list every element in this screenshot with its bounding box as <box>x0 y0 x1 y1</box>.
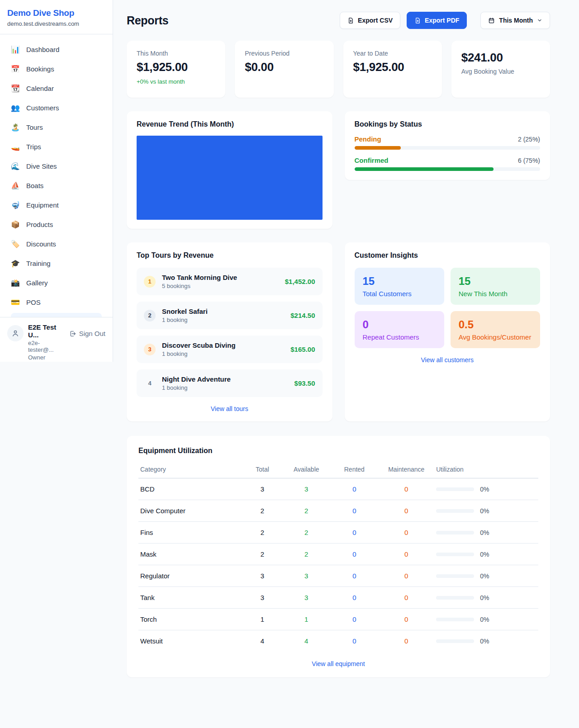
credit-card-icon: 💳 <box>11 298 20 307</box>
utilization-bar <box>436 618 474 621</box>
avatar <box>7 325 24 341</box>
view-all-equipment-link[interactable]: View all equipment <box>138 660 538 667</box>
sidebar-item-equipment[interactable]: 🤿Equipment <box>5 196 107 213</box>
insight-avg-bookings: 0.5 Avg Bookings/Customer <box>451 311 540 348</box>
sidebar-item-label: Customers <box>26 104 59 112</box>
sidebar-item-label: Discounts <box>26 240 56 248</box>
user-panel: E2E Test U... e2e-tester@... Owner Sign … <box>0 317 113 368</box>
top-tours-card: Top Tours by Revenue 1 Two Tank Morning … <box>127 242 332 421</box>
top-tours-title: Top Tours by Revenue <box>137 251 323 260</box>
sidebar-item-gallery[interactable]: 📸Gallery <box>5 274 107 291</box>
file-download-icon <box>347 17 354 24</box>
revenue-trend-chart <box>137 136 323 220</box>
sidebar-item-pos[interactable]: 💳POS <box>5 293 107 311</box>
logout-icon <box>69 330 76 337</box>
tour-amount: $93.50 <box>294 379 315 387</box>
sidebar: Demo Dive Shop demo.test.divestreams.com… <box>0 0 113 362</box>
export-pdf-button[interactable]: Export PDF <box>407 12 467 29</box>
stat-card-this-month: This Month $1,925.00 +0% vs last month <box>127 41 225 98</box>
revenue-trend-card: Revenue Trend (This Month) <box>127 111 332 229</box>
status-bar-fill <box>355 167 494 171</box>
sidebar-item-label: Dashboard <box>26 46 59 53</box>
main-content: Reports Export CSV Export PDF This Month… <box>113 0 579 695</box>
view-all-customers-link[interactable]: View all customers <box>355 356 541 364</box>
status-bar-track <box>355 167 541 171</box>
user-email: e2e-tester@... <box>28 340 65 353</box>
table-row: Fins 2 2 0 0 0% <box>138 522 538 544</box>
calendar-date-icon: 📅 <box>11 65 20 73</box>
camera-icon: 📸 <box>11 279 20 287</box>
customer-insights-title: Customer Insights <box>355 251 541 260</box>
tour-bookings: 1 booking <box>162 384 231 391</box>
insight-value: 15 <box>459 275 532 288</box>
sidebar-item-label: Products <box>26 221 53 228</box>
graduation-cap-icon: 🎓 <box>11 259 20 268</box>
sidebar-item-bookings[interactable]: 📅Bookings <box>5 60 107 77</box>
sidebar-item-dive-sites[interactable]: 🌊Dive Sites <box>5 157 107 175</box>
sidebar-item-label: Bookings <box>26 65 54 73</box>
stat-card-avg-booking-value: $241.00 Avg Booking Value <box>451 41 550 98</box>
rank-badge: 2 <box>144 310 156 321</box>
sidebar-item-boats[interactable]: ⛵Boats <box>5 177 107 194</box>
sidebar-item-reports-partial[interactable] <box>11 313 102 317</box>
header-actions: Export CSV Export PDF This Month <box>340 12 550 29</box>
view-all-tours-link[interactable]: View all tours <box>137 405 323 412</box>
sidebar-item-label: POS <box>26 298 41 306</box>
insight-label: Total Customers <box>363 290 436 298</box>
user-name: E2E Test U... <box>28 323 65 339</box>
table-row: Torch 1 1 0 0 0% <box>138 609 538 630</box>
rank-badge: 3 <box>144 344 156 355</box>
bookings-by-status-title: Bookings by Status <box>355 120 541 128</box>
stat-label: This Month <box>137 50 215 57</box>
stat-delta: +0% vs last month <box>137 78 215 85</box>
bookings-by-status-card: Bookings by Status Pending 2 (25%) Confi… <box>345 111 551 180</box>
col-utilization: Utilization <box>434 462 538 478</box>
wave-icon: 🌊 <box>11 162 20 170</box>
sidebar-item-label: Calendar <box>26 85 54 92</box>
insight-value: 15 <box>363 275 436 288</box>
page-title: Reports <box>127 14 168 27</box>
col-total: Total <box>242 462 282 478</box>
utilization-bar <box>436 596 474 600</box>
sidebar-item-label: Tours <box>26 123 43 131</box>
tour-row: 2 Snorkel Safari 1 booking $214.50 <box>137 302 323 329</box>
sidebar-item-trips[interactable]: 🚤Trips <box>5 138 107 155</box>
sidebar-item-calendar[interactable]: 📆Calendar <box>5 80 107 97</box>
tour-amount: $165.00 <box>290 345 315 353</box>
tour-row: 4 Night Dive Adventure 1 booking $93.50 <box>137 369 323 397</box>
sidebar-item-customers[interactable]: 👥Customers <box>5 99 107 116</box>
col-category: Category <box>138 462 242 478</box>
sidebar-item-label: Training <box>26 260 51 267</box>
period-dropdown[interactable]: This Month <box>480 12 550 29</box>
tour-bookings: 1 booking <box>162 350 236 357</box>
sidebar-item-label: Boats <box>26 182 43 189</box>
tour-bookings: 1 booking <box>162 317 208 323</box>
table-row: BCD 3 3 0 0 0% <box>138 478 538 500</box>
stat-label: Avg Booking Value <box>461 68 540 75</box>
person-icon <box>11 329 19 337</box>
table-row: Regulator 3 3 0 0 0% <box>138 565 538 587</box>
shop-name[interactable]: Demo Dive Shop <box>7 8 105 18</box>
sidebar-item-tours[interactable]: 🏝️Tours <box>5 118 107 136</box>
calendar-icon: 📆 <box>11 84 20 93</box>
status-count: 6 (75%) <box>518 157 540 164</box>
sidebar-item-dashboard[interactable]: 📊Dashboard <box>5 41 107 58</box>
sidebar-item-products[interactable]: 📦Products <box>5 216 107 233</box>
sign-out-button[interactable]: Sign Out <box>69 330 105 337</box>
stat-label: Previous Period <box>245 50 323 57</box>
tour-name: Discover Scuba Diving <box>162 341 236 349</box>
stat-value: $1,925.00 <box>353 60 432 74</box>
stat-value: $241.00 <box>461 51 540 65</box>
sidebar-item-discounts[interactable]: 🏷️Discounts <box>5 235 107 252</box>
export-csv-button[interactable]: Export CSV <box>340 12 400 29</box>
insight-total-customers: 15 Total Customers <box>355 268 444 305</box>
dashboard-icon: 📊 <box>11 45 20 54</box>
status-count: 2 (25%) <box>518 136 540 143</box>
col-rented: Rented <box>330 462 378 478</box>
stat-card-previous-period: Previous Period $0.00 <box>235 41 333 98</box>
tour-name: Snorkel Safari <box>162 307 208 315</box>
sidebar-item-label: Equipment <box>26 201 59 209</box>
sidebar-item-training[interactable]: 🎓Training <box>5 255 107 272</box>
tour-row: 3 Discover Scuba Diving 1 booking $165.0… <box>137 336 323 363</box>
tour-bookings: 5 bookings <box>162 283 237 289</box>
